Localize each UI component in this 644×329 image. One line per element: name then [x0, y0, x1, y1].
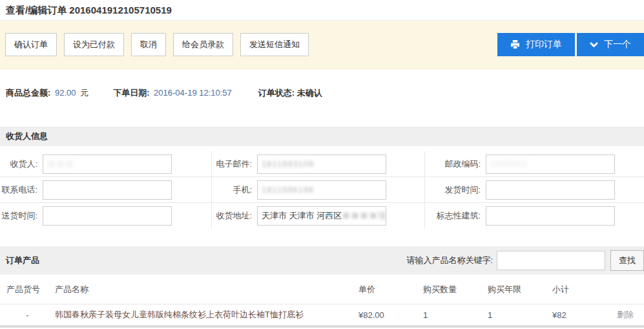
column-header-subtotal: 小计	[552, 284, 617, 295]
confirm-order-button[interactable]: 确认订单	[5, 33, 57, 56]
set-paid-button[interactable]: 设为已付款	[64, 33, 124, 56]
product-name[interactable]: 韩国春秋亲子装母女儿童韩版纯棉条纹衫上衣荷叶边长袖T恤打底衫	[55, 309, 358, 321]
printer-icon	[510, 40, 520, 49]
address-label: 收货地址:	[212, 210, 252, 222]
mobile-masked-value: 1811596198	[262, 185, 314, 195]
address-field: 收货地址: 天津市 天津市 河西区〓〓〓〓现	[212, 203, 425, 229]
landmark-field: 标志性建筑:	[425, 203, 644, 229]
column-header-years: 购买年限	[488, 284, 552, 295]
order-amount-label: 商品总金额:	[6, 88, 50, 98]
address-input[interactable]: 天津市 天津市 河西区〓〓〓〓现	[257, 206, 386, 226]
consignee-field: 收货人: 〓〓〓	[0, 151, 212, 177]
consignee-label: 收货人:	[0, 158, 37, 170]
toolbar-right: 打印订单 下一个	[497, 33, 644, 56]
products-section-header: 订单产品 请输入产品名称关键字: 查找	[0, 246, 644, 275]
mobile-input[interactable]: 1811596198	[257, 180, 386, 200]
order-amount-value: 92.00	[55, 88, 76, 98]
order-status-label: 订单状态:	[258, 88, 295, 98]
product-search-input[interactable]	[497, 251, 605, 270]
product-years: 1	[488, 310, 552, 320]
order-date-value: 2016-04-19 12:10:57	[154, 88, 232, 98]
column-header-qty: 购买数量	[423, 284, 488, 295]
delete-product-link[interactable]: 删除	[617, 310, 634, 319]
next-order-label: 下一个	[604, 39, 631, 50]
product-row: - 韩国春秋亲子装母女儿童韩版纯棉条纹衫上衣荷叶边长袖T恤打底衫 ¥82.00 …	[0, 304, 644, 325]
delivery-time-label: 送货时间:	[0, 210, 37, 222]
recipient-section-title: 收货人信息	[6, 131, 48, 142]
recipient-section-header: 收货人信息	[0, 127, 644, 146]
mobile-label: 手机:	[212, 184, 252, 196]
products-table-header: 产品货号 产品名称 单价 购买数量 购买年限 小计	[0, 275, 644, 304]
order-date-label: 下单日期:	[113, 88, 149, 98]
phone-field: 联系电话:	[0, 177, 212, 203]
landmark-input[interactable]	[486, 206, 615, 226]
phone-input[interactable]	[43, 180, 172, 200]
ship-time-label: 发货时间:	[425, 184, 481, 196]
postcode-input[interactable]: 2000000	[486, 154, 615, 174]
postcode-label: 邮政编码:	[425, 158, 481, 170]
order-summary: 商品总金额: 92.00 元 下单日期: 2016-04-19 12:10:57…	[0, 69, 644, 127]
product-sku: -	[0, 310, 55, 320]
record-member-payment-button[interactable]: 给会员录款	[173, 33, 233, 56]
column-header-sku: 产品货号	[0, 284, 55, 295]
order-date: 下单日期: 2016-04-19 12:10:57	[113, 87, 234, 99]
email-label: 电子邮件:	[212, 158, 252, 170]
delivery-time-input[interactable]	[43, 206, 172, 226]
address-value: 天津市 天津市 河西区	[262, 210, 342, 222]
email-field: 电子邮件: 1811593109	[212, 151, 425, 177]
consignee-input[interactable]: 〓〓〓	[43, 154, 172, 174]
product-subtotal: ¥82	[552, 310, 617, 320]
products-section-title: 订单产品	[6, 255, 39, 266]
order-status: 订单状态: 未确认	[258, 87, 322, 99]
cancel-order-button[interactable]: 取消	[131, 33, 166, 56]
product-qty: 1	[423, 310, 488, 320]
ship-time-input[interactable]	[486, 180, 615, 200]
column-header-name: 产品名称	[55, 284, 358, 295]
consignee-masked-value: 〓〓〓	[47, 158, 74, 170]
send-sms-button[interactable]: 发送短信通知	[240, 33, 309, 56]
order-amount-unit: 元	[80, 88, 88, 98]
product-search-button[interactable]: 查找	[610, 250, 644, 271]
ship-time-field: 发货时间:	[425, 177, 644, 203]
print-order-label: 打印订单	[526, 39, 562, 50]
email-input[interactable]: 1811593109	[257, 154, 386, 174]
order-amount: 商品总金额: 92.00 元	[6, 87, 88, 99]
order-status-value: 未确认	[297, 88, 322, 98]
delivery-time-field: 送货时间:	[0, 203, 212, 229]
landmark-label: 标志性建筑:	[425, 210, 481, 222]
page-title: 查看/编辑订单 2016041912105710519	[0, 0, 644, 20]
product-search-label: 请输入产品名称关键字:	[406, 255, 493, 266]
column-header-price: 单价	[358, 284, 423, 295]
toolbar: 确认订单 设为已付款 取消 给会员录款 发送短信通知 打印订单 下一个	[0, 20, 644, 69]
bottom-divider	[0, 325, 644, 328]
postcode-masked-value: 2000000	[490, 159, 528, 169]
form-spacer	[0, 229, 644, 246]
product-search: 请输入产品名称关键字: 查找	[406, 250, 644, 271]
product-price: ¥82.00	[358, 310, 423, 320]
next-order-button[interactable]: 下一个	[577, 33, 644, 56]
mobile-field: 手机: 1811596198	[212, 177, 425, 203]
chevron-down-icon	[590, 42, 598, 48]
print-order-button[interactable]: 打印订单	[497, 33, 575, 56]
phone-label: 联系电话:	[0, 184, 37, 196]
email-masked-value: 1811593109	[262, 159, 314, 169]
postcode-field: 邮政编码: 2000000	[425, 151, 644, 177]
address-masked-value: 〓〓〓〓现	[342, 210, 386, 222]
recipient-form: 收货人: 〓〓〓 电子邮件: 1811593109 邮政编码: 2000000 …	[0, 146, 644, 229]
